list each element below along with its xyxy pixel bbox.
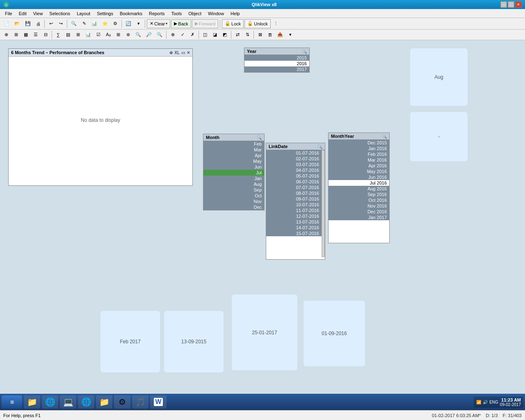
menu-object[interactable]: Object — [185, 10, 205, 17]
month-item-dec[interactable]: Dec — [203, 204, 264, 210]
tb2-btn26[interactable]: 🖹 — [265, 30, 274, 39]
year-item-2015[interactable]: 2015 — [244, 55, 309, 61]
month-item-feb[interactable]: Feb — [203, 141, 264, 147]
tb2-btn18[interactable]: ✓ — [178, 30, 187, 39]
month-item-jul[interactable]: Jul — [203, 170, 264, 176]
linkdate-item-8[interactable]: 08-07-2016 — [266, 190, 322, 196]
year-search-icon[interactable]: 🔍 — [302, 49, 307, 54]
month-item-mar[interactable]: Mar — [203, 147, 264, 153]
close-button[interactable]: ✕ — [515, 1, 522, 8]
tb2-btn28[interactable]: ▾ — [286, 30, 295, 39]
linkdate-search-icon[interactable]: 🔍 — [317, 144, 322, 149]
config-button[interactable]: ⚙ — [111, 19, 120, 28]
open-button[interactable]: 📂 — [12, 19, 22, 28]
month-item-jun[interactable]: Jun — [203, 164, 264, 170]
tb2-btn11[interactable]: Aᵦ — [104, 30, 113, 39]
linkdate-item-11[interactable]: 11-07-2016 — [266, 208, 322, 213]
chart-button[interactable]: 📊 — [89, 19, 99, 28]
tb2-btn24[interactable]: ⇅ — [243, 30, 252, 39]
taskbar-app-browser[interactable]: 🌐 — [78, 395, 94, 409]
my-item-oct2016[interactable]: Oct 2016 — [329, 197, 389, 203]
taskbar-app-media[interactable]: 🎵 — [132, 395, 148, 409]
back-button[interactable]: ▶ Back — [171, 19, 191, 28]
tb2-btn16[interactable]: 🔍 — [155, 30, 164, 39]
menu-reports[interactable]: Reports — [146, 10, 168, 17]
tb2-btn21[interactable]: ◪ — [210, 30, 219, 39]
linkdate-item-1[interactable]: 01-07-2016 — [266, 150, 322, 156]
taskbar-app-settings[interactable]: ⚙ — [114, 395, 130, 409]
more-button[interactable]: ▾ — [134, 19, 143, 28]
my-item-jul2016[interactable]: Jul 2016 — [329, 180, 389, 186]
menu-window[interactable]: Window — [205, 10, 227, 17]
month-item-oct[interactable]: Oct — [203, 193, 264, 199]
taskbar-app-word[interactable]: W — [150, 395, 167, 409]
tb2-btn13[interactable]: ⊛ — [123, 30, 132, 39]
linkdate-item-6[interactable]: 06-07-2016 — [266, 179, 322, 185]
my-item-dec2015[interactable]: Dec 2015 — [329, 140, 389, 146]
my-item-nov2016[interactable]: Nov 2016 — [329, 203, 389, 209]
menu-settings[interactable]: Settings — [94, 10, 116, 17]
monthyear-search-icon[interactable]: 🔍 — [382, 134, 387, 139]
minimize-button[interactable]: ─ — [500, 1, 507, 8]
month-search-icon[interactable]: 🔍 — [257, 135, 262, 140]
month-item-apr[interactable]: Apr — [203, 153, 264, 158]
taskbar-app-cmd[interactable]: 💻 — [60, 395, 76, 409]
linkdate-item-9[interactable]: 09-07-2016 — [266, 196, 322, 202]
month-item-aug[interactable]: Aug — [203, 181, 264, 187]
tb2-btn17[interactable]: ⊕ — [168, 30, 177, 39]
month-item-may[interactable]: May — [203, 158, 264, 164]
linkdate-item-3[interactable]: 03-07-2016 — [266, 162, 322, 167]
find-button[interactable]: 🔍 — [69, 19, 79, 28]
tb2-btn2[interactable]: ⊞ — [11, 30, 21, 39]
linkdate-item-4[interactable]: 04-07-2016 — [266, 167, 322, 173]
tb2-btn4[interactable]: ☰ — [31, 30, 40, 39]
toolbar-more-button[interactable]: ⋮ — [272, 19, 281, 28]
taskbar-app-folder[interactable]: 📁 — [96, 395, 112, 409]
reload-button[interactable]: 🔄 — [123, 19, 133, 28]
save-button[interactable]: 💾 — [23, 19, 33, 28]
linkdate-item-14[interactable]: 14-07-2016 — [266, 225, 322, 231]
unlock-button[interactable]: 🔓 Unlock — [244, 19, 271, 28]
restore-button[interactable]: □ — [508, 1, 514, 8]
my-item-mar2016[interactable]: Mar 2016 — [329, 157, 389, 163]
edit-button[interactable]: ✎ — [80, 19, 89, 28]
month-item-sep[interactable]: Sep — [203, 187, 264, 193]
new-button[interactable]: 📄 — [2, 19, 11, 28]
tb2-btn6[interactable]: ∑ — [54, 30, 63, 39]
tb2-btn23[interactable]: ⇄ — [233, 30, 242, 39]
forward-button[interactable]: ▶ Forward — [192, 19, 218, 28]
tb2-btn12[interactable]: ⊞ — [114, 30, 123, 39]
menu-edit[interactable]: Edit — [16, 10, 30, 17]
my-item-sep2016[interactable]: Sep 2016 — [329, 192, 389, 197]
chart-close-icon[interactable]: ✕ — [187, 50, 190, 55]
tb2-btn9[interactable]: 📊 — [83, 30, 93, 39]
tb2-btn20[interactable]: ◫ — [201, 30, 210, 39]
tb2-btn25[interactable]: ⊠ — [256, 30, 265, 39]
my-item-dec2016[interactable]: Dec 2016 — [329, 209, 389, 215]
menu-selections[interactable]: Selections — [46, 10, 73, 17]
linkdate-item-5[interactable]: 05-07-2016 — [266, 173, 322, 179]
tray-clock[interactable]: 11:23 AM 09-02-2017 — [500, 397, 521, 407]
tb2-btn1[interactable]: ⊕ — [2, 30, 11, 39]
year-item-2016[interactable]: 2016 — [244, 61, 309, 66]
tb2-btn14[interactable]: 🔍 — [133, 30, 143, 39]
menu-tools[interactable]: Tools — [168, 10, 185, 17]
tb2-btn5[interactable]: ⊟ — [41, 30, 50, 39]
my-item-may2016[interactable]: May 2016 — [329, 169, 389, 174]
undo-button[interactable]: ↩ — [46, 19, 55, 28]
menu-layout[interactable]: Layout — [73, 10, 94, 17]
tb2-btn19[interactable]: ✗ — [188, 30, 197, 39]
my-item-apr2016[interactable]: Apr 2016 — [329, 163, 389, 169]
taskbar-app-explorer[interactable]: 📁 — [24, 395, 40, 409]
linkdate-item-13[interactable]: 13-07-2016 — [266, 219, 322, 225]
menu-file[interactable]: File — [2, 10, 16, 17]
my-item-jan2017[interactable]: Jan 2017 — [329, 215, 389, 220]
linkdate-item-2[interactable]: 02-07-2016 — [266, 156, 322, 162]
chart-expand-icon[interactable]: ⊕ — [169, 50, 173, 55]
clear-button[interactable]: ✕ Clear ▾ — [147, 19, 170, 28]
tb2-btn15[interactable]: 🔎 — [144, 30, 154, 39]
taskbar-app-ie[interactable]: 🌐 — [42, 395, 58, 409]
tb2-btn7[interactable]: ▤ — [64, 30, 73, 39]
tb2-btn3[interactable]: ▦ — [21, 30, 30, 39]
menu-help[interactable]: Help — [227, 10, 243, 17]
